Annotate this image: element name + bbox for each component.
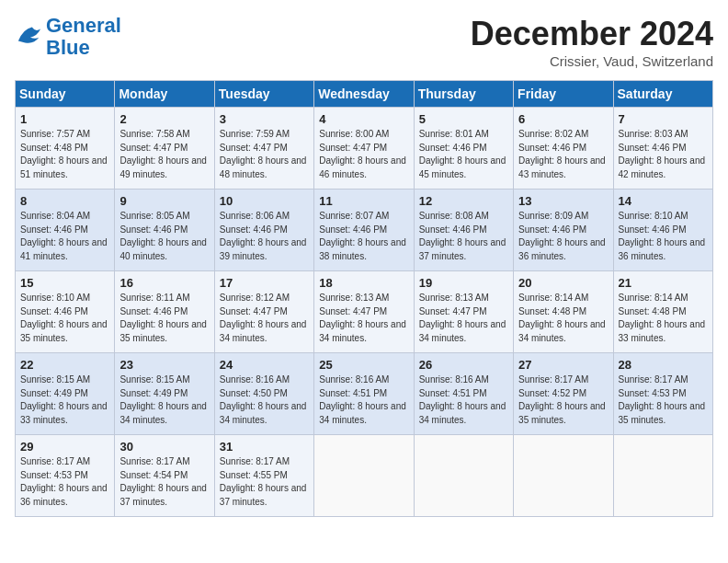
day-number: 12 bbox=[419, 194, 508, 208]
day-number: 30 bbox=[119, 440, 209, 454]
day-info: Sunrise: 8:17 AMSunset: 4:53 PMDaylight:… bbox=[20, 456, 108, 507]
weekday-header-row: SundayMondayTuesdayWednesdayThursdayFrid… bbox=[16, 81, 713, 108]
day-number: 25 bbox=[319, 358, 408, 372]
day-number: 14 bbox=[619, 194, 708, 208]
day-info: Sunrise: 8:03 AMSunset: 4:46 PMDaylight:… bbox=[619, 129, 706, 179]
weekday-header: Thursday bbox=[414, 81, 513, 108]
day-info: Sunrise: 8:02 AMSunset: 4:46 PMDaylight:… bbox=[518, 129, 606, 179]
day-number: 16 bbox=[119, 276, 209, 290]
day-number: 29 bbox=[20, 440, 109, 454]
day-number: 15 bbox=[20, 276, 109, 290]
calendar-cell: 25 Sunrise: 8:16 AMSunset: 4:51 PMDaylig… bbox=[314, 353, 414, 435]
calendar-cell: 21 Sunrise: 8:14 AMSunset: 4:48 PMDaylig… bbox=[613, 271, 712, 353]
calendar-cell: 1 Sunrise: 7:57 AMSunset: 4:48 PMDayligh… bbox=[16, 108, 115, 190]
day-number: 31 bbox=[220, 440, 309, 454]
calendar-row: 29 Sunrise: 8:17 AMSunset: 4:53 PMDaylig… bbox=[16, 435, 713, 517]
day-info: Sunrise: 8:12 AMSunset: 4:47 PMDaylight:… bbox=[220, 293, 307, 343]
day-info: Sunrise: 8:15 AMSunset: 4:49 PMDaylight:… bbox=[119, 374, 207, 425]
day-number: 19 bbox=[419, 276, 508, 290]
day-number: 20 bbox=[518, 276, 608, 290]
calendar-row: 22 Sunrise: 8:15 AMSunset: 4:49 PMDaylig… bbox=[16, 353, 713, 435]
day-info: Sunrise: 8:14 AMSunset: 4:48 PMDaylight:… bbox=[518, 293, 606, 343]
day-number: 1 bbox=[20, 112, 109, 126]
day-number: 17 bbox=[220, 276, 309, 290]
day-info: Sunrise: 8:13 AMSunset: 4:47 PMDaylight:… bbox=[319, 293, 406, 343]
calendar-cell: 19 Sunrise: 8:13 AMSunset: 4:47 PMDaylig… bbox=[414, 271, 513, 353]
calendar-cell: 4 Sunrise: 8:00 AMSunset: 4:47 PMDayligh… bbox=[314, 108, 414, 190]
day-number: 7 bbox=[619, 112, 708, 126]
day-info: Sunrise: 8:17 AMSunset: 4:53 PMDaylight:… bbox=[619, 374, 706, 425]
logo-text: GeneralBlue bbox=[46, 15, 121, 59]
day-info: Sunrise: 8:01 AMSunset: 4:46 PMDaylight:… bbox=[419, 129, 506, 179]
day-number: 3 bbox=[220, 112, 309, 126]
day-info: Sunrise: 8:09 AMSunset: 4:46 PMDaylight:… bbox=[518, 211, 606, 261]
day-info: Sunrise: 8:11 AMSunset: 4:46 PMDaylight:… bbox=[119, 293, 207, 343]
calendar-cell: 23 Sunrise: 8:15 AMSunset: 4:49 PMDaylig… bbox=[115, 353, 214, 435]
calendar-cell: 8 Sunrise: 8:04 AMSunset: 4:46 PMDayligh… bbox=[16, 190, 115, 271]
day-number: 13 bbox=[518, 194, 608, 208]
calendar-cell: 9 Sunrise: 8:05 AMSunset: 4:46 PMDayligh… bbox=[115, 190, 214, 271]
day-number: 5 bbox=[419, 112, 508, 126]
day-number: 28 bbox=[619, 358, 708, 372]
day-info: Sunrise: 8:08 AMSunset: 4:46 PMDaylight:… bbox=[419, 211, 506, 261]
calendar-cell: 6 Sunrise: 8:02 AMSunset: 4:46 PMDayligh… bbox=[514, 108, 613, 190]
day-info: Sunrise: 8:00 AMSunset: 4:47 PMDaylight:… bbox=[319, 129, 406, 179]
location: Crissier, Vaud, Switzerland bbox=[471, 53, 713, 69]
day-info: Sunrise: 8:17 AMSunset: 4:54 PMDaylight:… bbox=[119, 456, 207, 507]
calendar-cell: 2 Sunrise: 7:58 AMSunset: 4:47 PMDayligh… bbox=[115, 108, 214, 190]
weekday-header: Wednesday bbox=[314, 81, 414, 108]
weekday-header: Friday bbox=[514, 81, 613, 108]
day-number: 21 bbox=[619, 276, 708, 290]
weekday-header: Sunday bbox=[16, 81, 115, 108]
calendar-cell bbox=[514, 435, 613, 517]
calendar-cell: 30 Sunrise: 8:17 AMSunset: 4:54 PMDaylig… bbox=[115, 435, 214, 517]
day-number: 9 bbox=[119, 194, 209, 208]
day-info: Sunrise: 8:05 AMSunset: 4:46 PMDaylight:… bbox=[119, 211, 207, 261]
day-number: 2 bbox=[119, 112, 209, 126]
day-number: 11 bbox=[319, 194, 408, 208]
calendar-row: 8 Sunrise: 8:04 AMSunset: 4:46 PMDayligh… bbox=[16, 190, 713, 271]
day-number: 23 bbox=[119, 358, 209, 372]
day-info: Sunrise: 8:16 AMSunset: 4:51 PMDaylight:… bbox=[319, 374, 406, 425]
calendar-cell: 13 Sunrise: 8:09 AMSunset: 4:46 PMDaylig… bbox=[514, 190, 613, 271]
day-number: 6 bbox=[518, 112, 608, 126]
day-info: Sunrise: 8:13 AMSunset: 4:47 PMDaylight:… bbox=[419, 293, 506, 343]
day-info: Sunrise: 8:10 AMSunset: 4:46 PMDaylight:… bbox=[619, 211, 706, 261]
month-title: December 2024 bbox=[471, 15, 713, 53]
weekday-header: Saturday bbox=[613, 81, 712, 108]
logo: GeneralBlue bbox=[15, 15, 121, 59]
day-number: 24 bbox=[220, 358, 309, 372]
weekday-header: Monday bbox=[115, 81, 214, 108]
day-info: Sunrise: 8:10 AMSunset: 4:46 PMDaylight:… bbox=[20, 293, 108, 343]
day-number: 10 bbox=[220, 194, 309, 208]
calendar-cell bbox=[613, 435, 712, 517]
calendar-cell: 18 Sunrise: 8:13 AMSunset: 4:47 PMDaylig… bbox=[314, 271, 414, 353]
day-info: Sunrise: 8:04 AMSunset: 4:46 PMDaylight:… bbox=[20, 211, 108, 261]
calendar-cell: 16 Sunrise: 8:11 AMSunset: 4:46 PMDaylig… bbox=[115, 271, 214, 353]
day-info: Sunrise: 7:58 AMSunset: 4:47 PMDaylight:… bbox=[119, 129, 207, 179]
calendar-cell: 24 Sunrise: 8:16 AMSunset: 4:50 PMDaylig… bbox=[214, 353, 313, 435]
day-info: Sunrise: 8:17 AMSunset: 4:55 PMDaylight:… bbox=[220, 456, 307, 507]
day-info: Sunrise: 7:57 AMSunset: 4:48 PMDaylight:… bbox=[20, 129, 108, 179]
calendar-cell: 26 Sunrise: 8:16 AMSunset: 4:51 PMDaylig… bbox=[414, 353, 513, 435]
calendar-cell: 7 Sunrise: 8:03 AMSunset: 4:46 PMDayligh… bbox=[613, 108, 712, 190]
calendar-cell: 10 Sunrise: 8:06 AMSunset: 4:46 PMDaylig… bbox=[214, 190, 313, 271]
calendar-table: SundayMondayTuesdayWednesdayThursdayFrid… bbox=[15, 80, 713, 517]
day-number: 18 bbox=[319, 276, 408, 290]
day-info: Sunrise: 8:06 AMSunset: 4:46 PMDaylight:… bbox=[220, 211, 307, 261]
day-info: Sunrise: 7:59 AMSunset: 4:47 PMDaylight:… bbox=[220, 129, 307, 179]
calendar-cell: 17 Sunrise: 8:12 AMSunset: 4:47 PMDaylig… bbox=[214, 271, 313, 353]
calendar-cell: 15 Sunrise: 8:10 AMSunset: 4:46 PMDaylig… bbox=[16, 271, 115, 353]
day-number: 22 bbox=[20, 358, 109, 372]
day-number: 27 bbox=[518, 358, 608, 372]
calendar-cell: 22 Sunrise: 8:15 AMSunset: 4:49 PMDaylig… bbox=[16, 353, 115, 435]
header: GeneralBlue December 2024 Crissier, Vaud… bbox=[15, 15, 713, 69]
weekday-header: Tuesday bbox=[214, 81, 313, 108]
day-number: 4 bbox=[319, 112, 408, 126]
calendar-row: 1 Sunrise: 7:57 AMSunset: 4:48 PMDayligh… bbox=[16, 108, 713, 190]
calendar-cell: 29 Sunrise: 8:17 AMSunset: 4:53 PMDaylig… bbox=[16, 435, 115, 517]
day-number: 26 bbox=[419, 358, 508, 372]
calendar-cell: 28 Sunrise: 8:17 AMSunset: 4:53 PMDaylig… bbox=[613, 353, 712, 435]
calendar-cell: 11 Sunrise: 8:07 AMSunset: 4:46 PMDaylig… bbox=[314, 190, 414, 271]
calendar-cell: 14 Sunrise: 8:10 AMSunset: 4:46 PMDaylig… bbox=[613, 190, 712, 271]
